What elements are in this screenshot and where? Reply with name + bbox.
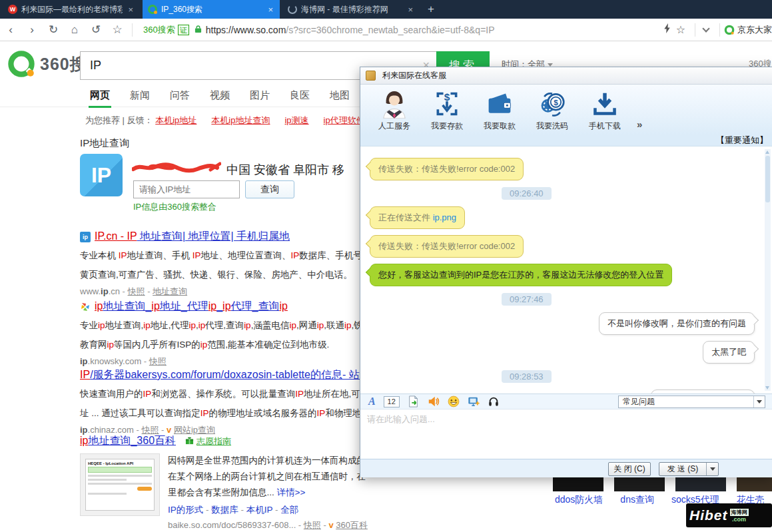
text-segment: - xyxy=(272,505,280,515)
text-segment: ip xyxy=(151,300,159,312)
related-image-thumbnail[interactable] xyxy=(737,477,772,491)
quick-action-agent[interactable]: 人工服务 xyxy=(374,89,415,132)
headset-icon[interactable] xyxy=(488,396,500,407)
related-image-thumbnail[interactable] xyxy=(553,477,603,491)
chat-message-row: 太黑了吧 xyxy=(370,341,755,364)
ip-source-note[interactable]: IP信息由360搜索整合 xyxy=(133,201,216,213)
chat-bubble: 不是叫你修改啊，是你们查的有问题 xyxy=(599,312,755,335)
ip-query-button[interactable]: 查询 xyxy=(245,180,294,198)
browser-tab[interactable]: W利来国际—最给利的老牌博彩网× xyxy=(3,0,140,19)
result-title-link[interactable]: IP/服务器bakersys.com/forum/doxazosin-table… xyxy=(80,368,370,382)
text-segment: ip xyxy=(289,320,296,330)
tab-close-button[interactable]: × xyxy=(127,5,135,15)
send-options-arrow-icon[interactable] xyxy=(706,463,718,475)
related-link[interactable]: dns查询 xyxy=(620,494,654,506)
bookmark-star-icon[interactable]: ☆ xyxy=(107,23,128,37)
forward-button[interactable]: › xyxy=(21,23,43,37)
text-segment: 快照 xyxy=(142,425,159,435)
scroll-down-icon[interactable] xyxy=(765,386,769,390)
quick-action-chips[interactable]: $我要洗码 xyxy=(532,89,573,132)
search-nav-tab-问答[interactable]: 问答 xyxy=(169,87,191,107)
new-tab-button[interactable]: + xyxy=(420,0,442,19)
chat-bubble: 传送失败：传送失败!error code:002 xyxy=(370,235,524,258)
chat-message-row: 传送失败：传送失败!error code:002 xyxy=(370,158,763,180)
url-host: https://www.so.com xyxy=(206,25,286,35)
font-style-icon[interactable]: A xyxy=(368,396,376,407)
brand-label: 京东大家 xyxy=(737,24,772,36)
browser-tab[interactable]: IP_360搜索× xyxy=(143,0,280,19)
faq-dropdown[interactable]: 常见问题 xyxy=(618,396,765,408)
quick-action-deposit[interactable]: $我要存款 xyxy=(426,89,468,132)
send-file-icon[interactable] xyxy=(408,396,420,407)
result-title-link[interactable]: ip地址查询_360百科 xyxy=(80,434,176,448)
text-segment: 地址、地理位置查询、 xyxy=(201,250,291,260)
chat-bubble: 正在传送文件 ip.png xyxy=(370,206,465,229)
reload-button[interactable]: ↻ xyxy=(43,23,64,37)
thumbnail-line xyxy=(88,479,127,481)
font-size-box[interactable]: 12 xyxy=(384,396,400,407)
ip-widget-title: IP地址查询 xyxy=(80,137,129,150)
watermark-sub-text: 海博网 xyxy=(730,509,749,516)
suggest-link[interactable]: 本机ip地址 xyxy=(155,115,196,125)
screenshot-icon[interactable] xyxy=(468,396,480,407)
chat-message-input[interactable] xyxy=(360,409,772,459)
quick-action-wallet[interactable]: 我要取款 xyxy=(479,89,520,132)
search-nav-tab-地图[interactable]: 地图 xyxy=(328,87,351,107)
scroll-up-icon[interactable] xyxy=(765,150,769,154)
undo-button[interactable]: ↺ xyxy=(85,23,107,37)
tab-close-button[interactable]: × xyxy=(406,5,414,15)
result-title-link[interactable]: ip地址查询_ip地址_代理ip_ip代理_查询ip xyxy=(95,300,288,314)
text-segment: v xyxy=(167,425,174,435)
svg-text:$: $ xyxy=(444,91,450,103)
home-button[interactable]: ⌂ xyxy=(64,23,85,37)
lightning-icon[interactable] xyxy=(664,23,671,36)
back-button[interactable]: ‹ xyxy=(0,23,21,37)
result-title-link[interactable]: IP.cn - IP 地址查询| 地理位置| 手机归属地 xyxy=(95,230,290,244)
search-nav-tab-网页[interactable]: 网页 xyxy=(89,87,111,107)
ip-query-input[interactable] xyxy=(133,180,240,198)
text-segment: IP xyxy=(193,250,201,260)
result-thumbnail[interactable]: HEQEE - IpLocation API xyxy=(80,453,160,516)
favorite-star-icon[interactable]: ☆ xyxy=(676,23,685,36)
related-image-thumbnail[interactable] xyxy=(614,477,665,491)
text-segment: .knowsky.com xyxy=(88,356,142,366)
important-notice-marquee[interactable]: 【重要通知】 xyxy=(360,135,772,146)
browser-brand-area[interactable]: 京东大家 xyxy=(724,24,772,36)
search-nav-tab-视频[interactable]: 视频 xyxy=(208,87,231,107)
logo-dot xyxy=(154,11,157,14)
related-link[interactable]: ddos防火墙 xyxy=(555,494,603,506)
text-segment: - xyxy=(141,356,149,366)
result-url-row[interactable]: baike.so.com/doc/5869337-608... - 快照 - v… xyxy=(168,519,746,531)
result-badge-link[interactable]: 志愿指南 xyxy=(185,435,231,447)
send-button[interactable]: 发 送 (S) xyxy=(659,462,719,476)
deposit-icon: $ xyxy=(426,89,468,119)
tab-close-button[interactable]: × xyxy=(266,5,274,15)
related-image-thumbnail[interactable] xyxy=(675,477,726,491)
text-segment: v xyxy=(328,520,336,530)
suggest-link[interactable]: 本机ip地址查询 xyxy=(211,115,270,125)
search-nav-tab-良医[interactable]: 良医 xyxy=(288,87,311,107)
more-actions-button[interactable]: » xyxy=(637,119,642,135)
engine-badge[interactable]: 360搜索 xyxy=(143,24,175,36)
quick-action-download[interactable]: 手机下载 xyxy=(584,89,625,132)
address-bar[interactable]: 360搜索 证 https://www.so.com /s?src=360chr… xyxy=(137,19,664,41)
search-nav-tab-新闻[interactable]: 新闻 xyxy=(129,87,151,107)
chevron-down-icon[interactable] xyxy=(702,25,709,32)
suggest-link[interactable]: ip测速 xyxy=(284,115,308,125)
chat-quick-actions: 人工服务$我要存款我要取款$我要洗码手机下载» xyxy=(360,85,772,135)
close-button[interactable]: 关 闭 (C) xyxy=(608,462,651,476)
timestamp: 09:27:46 xyxy=(502,293,552,306)
search-input[interactable] xyxy=(81,52,400,79)
thumbnail-card: HEQEE - IpLocation API xyxy=(85,459,155,511)
search-nav-tab-图片[interactable]: 图片 xyxy=(248,87,271,107)
text-segment: IP xyxy=(295,389,304,399)
timestamp: 09:28:53 xyxy=(502,370,552,383)
faq-dropdown-arrow-icon[interactable] xyxy=(753,396,765,407)
chat-titlebar[interactable]: 利来国际在线客服 xyxy=(360,67,772,85)
sound-icon[interactable] xyxy=(428,396,440,407)
message-file-link[interactable]: ip.png xyxy=(433,212,456,222)
scrollbar-thumb[interactable] xyxy=(765,156,770,202)
browser-tab[interactable]: 海博网 - 最佳博彩推荐网× xyxy=(282,0,420,19)
chat-scrollbar[interactable] xyxy=(765,149,771,391)
emoji-icon[interactable] xyxy=(448,396,460,407)
